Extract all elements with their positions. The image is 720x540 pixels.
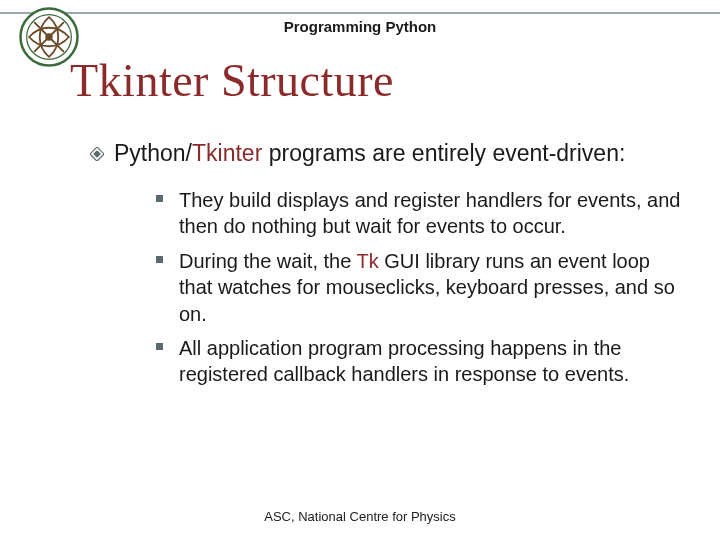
footer-text: ASC, National Centre for Physics xyxy=(0,509,720,524)
text-segment: programs are entirely event-driven: xyxy=(262,140,625,166)
text-segment: During the wait, the xyxy=(179,250,357,272)
main-bullet-text: Python/Tkinter programs are entirely eve… xyxy=(114,138,625,169)
sub-item-text: All application program processing happe… xyxy=(179,335,686,388)
list-item: They build displays and register handler… xyxy=(156,187,686,240)
slide: Programming Python Tkinter Structure Pyt… xyxy=(0,0,720,540)
square-bullet-icon xyxy=(156,343,163,350)
highlight-tkinter: Tkinter xyxy=(192,140,262,166)
diamond-bullet-icon xyxy=(90,147,104,165)
top-divider xyxy=(0,12,720,14)
content-area: Python/Tkinter programs are entirely eve… xyxy=(90,138,686,396)
list-item: All application program processing happe… xyxy=(156,335,686,388)
list-item: During the wait, the Tk GUI library runs… xyxy=(156,248,686,327)
square-bullet-icon xyxy=(156,195,163,202)
header-subject: Programming Python xyxy=(0,18,720,35)
square-bullet-icon xyxy=(156,256,163,263)
highlight-tk: Tk xyxy=(357,250,379,272)
sub-item-text: They build displays and register handler… xyxy=(179,187,686,240)
slide-title: Tkinter Structure xyxy=(70,54,394,107)
sub-item-text: During the wait, the Tk GUI library runs… xyxy=(179,248,686,327)
main-bullet: Python/Tkinter programs are entirely eve… xyxy=(90,138,686,169)
sub-bullet-list: They build displays and register handler… xyxy=(156,187,686,388)
text-segment: Python/ xyxy=(114,140,192,166)
